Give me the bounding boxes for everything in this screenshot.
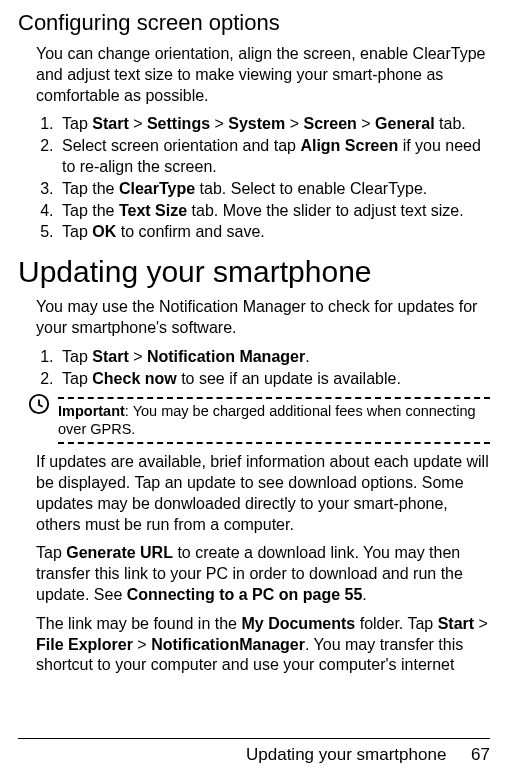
page-footer: Updating your smartphone 67 xyxy=(246,745,490,765)
bold-text: NotificationManager xyxy=(151,636,305,653)
text-run: Tap xyxy=(62,223,92,240)
text-run: . xyxy=(305,348,309,365)
bold-text: My Documents xyxy=(241,615,355,632)
text-run: Tap the xyxy=(62,202,119,219)
section-heading-1: Configuring screen options xyxy=(18,10,490,36)
text-run: > xyxy=(357,115,375,132)
steps-list-2: Tap Start > Notification Manager.Tap Che… xyxy=(58,347,490,390)
section-heading-2: Updating your smartphone xyxy=(18,255,490,289)
important-note-box: Important: You may be charged additional… xyxy=(36,397,490,444)
bold-text: Connecting to a PC on page 55 xyxy=(127,586,363,603)
step-item: Tap OK to confirm and save. xyxy=(58,222,490,243)
text-run: tab. Select to enable ClearType. xyxy=(195,180,427,197)
text-run: > xyxy=(129,115,147,132)
bold-text: System xyxy=(228,115,285,132)
bold-text: Check now xyxy=(92,370,176,387)
text-run: . xyxy=(362,586,366,603)
bold-text: ClearType xyxy=(119,180,195,197)
paragraph-generate-url: Tap Generate URL to create a download li… xyxy=(36,543,490,605)
step-item: Tap Start > Notification Manager. xyxy=(58,347,490,368)
step-item: Tap the ClearType tab. Select to enable … xyxy=(58,179,490,200)
important-label: Important xyxy=(58,403,125,419)
text-run: The link may be found in the xyxy=(36,615,241,632)
dashed-divider-top xyxy=(58,397,490,399)
bold-text: Generate URL xyxy=(66,544,173,561)
dashed-divider-bottom xyxy=(58,442,490,444)
text-run: Tap the xyxy=(62,180,119,197)
bold-text: Notification Manager xyxy=(147,348,305,365)
important-note-text: Important: You may be charged additional… xyxy=(58,403,490,438)
bold-text: Align Screen xyxy=(300,137,398,154)
text-run: to confirm and save. xyxy=(116,223,265,240)
text-run: Tap xyxy=(62,115,92,132)
text-run: to see if an update is available. xyxy=(177,370,401,387)
text-run: tab. xyxy=(435,115,466,132)
bold-text: Start xyxy=(438,615,474,632)
bold-text: File Explorer xyxy=(36,636,133,653)
bold-text: Settings xyxy=(147,115,210,132)
paragraph-link-location: The link may be found in the My Document… xyxy=(36,614,490,676)
text-run: Tap xyxy=(62,370,92,387)
step-item: Tap Check now to see if an update is ava… xyxy=(58,369,490,390)
step-item: Tap the Text Size tab. Move the slider t… xyxy=(58,201,490,222)
text-run: Select screen orientation and tap xyxy=(62,137,300,154)
footer-title: Updating your smartphone xyxy=(246,745,446,764)
text-run: > xyxy=(474,615,488,632)
text-run: > xyxy=(285,115,303,132)
text-run: > xyxy=(129,348,147,365)
steps-list-1: Tap Start > Settings > System > Screen >… xyxy=(58,114,490,243)
text-run: tab. Move the slider to adjust text size… xyxy=(187,202,464,219)
bold-text: Start xyxy=(92,348,128,365)
intro-text-1: You can change orientation, align the sc… xyxy=(36,44,490,106)
text-run: Tap xyxy=(36,544,66,561)
intro-text-2: You may use the Notification Manager to … xyxy=(36,297,490,339)
step-item: Tap Start > Settings > System > Screen >… xyxy=(58,114,490,135)
paragraph-updates: If updates are available, brief informat… xyxy=(36,452,490,535)
bold-text: OK xyxy=(92,223,116,240)
footer-divider xyxy=(18,738,490,739)
step-item: Select screen orientation and tap Align … xyxy=(58,136,490,178)
text-run: > xyxy=(210,115,228,132)
page-number: 67 xyxy=(471,745,490,764)
text-run: Tap xyxy=(62,348,92,365)
bold-text: Start xyxy=(92,115,128,132)
text-run: > xyxy=(133,636,151,653)
text-run: folder. Tap xyxy=(355,615,437,632)
info-icon xyxy=(28,393,50,415)
bold-text: Text Size xyxy=(119,202,187,219)
bold-text: Screen xyxy=(303,115,356,132)
bold-text: General xyxy=(375,115,435,132)
